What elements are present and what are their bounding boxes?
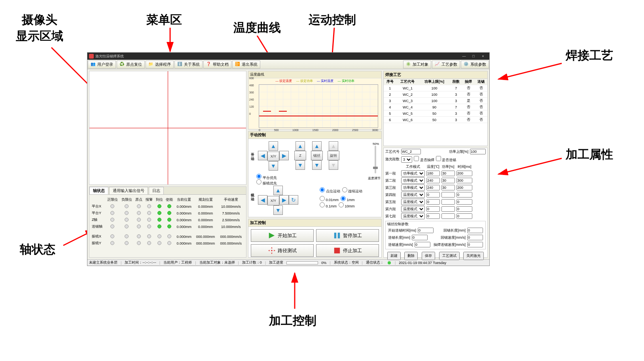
stop-button[interactable]: 停止加工 [316, 244, 379, 257]
platform-y-up[interactable]: ▲ [269, 141, 278, 151]
seg-field[interactable] [456, 185, 472, 190]
align-button[interactable]: ✳️加工对象 [403, 61, 431, 68]
galvo-y-down[interactable]: ▼ [273, 205, 283, 215]
motion-title: 手动控制 [248, 131, 381, 139]
svg-line-4 [498, 63, 562, 79]
pause-button[interactable]: 暂停加工 [316, 229, 379, 242]
galvo-x-right[interactable]: ▶ [279, 195, 289, 205]
craft-test-button[interactable]: 工艺测试 [439, 252, 460, 260]
seg-field[interactable] [426, 178, 440, 183]
seg-field[interactable] [441, 171, 455, 176]
seg-field[interactable] [456, 178, 472, 183]
seg-field[interactable] [456, 171, 472, 176]
wire-len-field[interactable] [412, 235, 428, 240]
wire-down[interactable]: ▼ [312, 160, 322, 170]
weld-row[interactable]: 3WC_31003是否 [384, 98, 487, 104]
segment-count-select[interactable]: 3 [401, 156, 412, 163]
mode-select[interactable]: 功率模式 [401, 184, 425, 191]
step-01-radio[interactable]: 0.1mm [320, 204, 337, 208]
craft-button[interactable]: 📈工艺参数 [432, 61, 460, 68]
draw-checkbox[interactable]: 是否抽焊 [414, 156, 434, 163]
wire-up[interactable]: ▲ [312, 141, 322, 151]
wire-drawspd-field[interactable] [467, 242, 483, 247]
mode-select[interactable]: 温度模式 [401, 199, 425, 205]
code-field[interactable] [401, 149, 421, 154]
z-down[interactable]: ▼ [295, 160, 305, 170]
tab-axis-status[interactable]: 轴状态 [89, 187, 108, 194]
power-limit-field[interactable] [470, 149, 486, 154]
weld-row[interactable]: 1WC_11007否否 [384, 85, 487, 91]
select-program-button[interactable]: 📁选择程序 [146, 61, 174, 68]
mode-select[interactable]: 功率模式 [401, 177, 425, 184]
status-led [125, 241, 129, 245]
galvo-reset[interactable]: ↻ [289, 195, 298, 205]
seg-field[interactable] [456, 192, 472, 198]
close-button[interactable]: × [478, 54, 488, 58]
start-button[interactable]: 开始加工 [251, 229, 314, 242]
seg-field[interactable] [426, 185, 440, 190]
login-button[interactable]: 👥用户登录 [88, 61, 116, 68]
platform-y-down[interactable]: ▼ [269, 161, 278, 171]
galvo-prio-radio[interactable]: 振镜优先 [256, 181, 277, 185]
rotate-down[interactable]: ▼ [329, 160, 338, 170]
galvo-x-left[interactable]: ◀ [258, 195, 267, 205]
wire-backspd-field[interactable] [467, 235, 483, 240]
platform-x-right[interactable]: ▶ [279, 151, 289, 160]
seg-field[interactable] [426, 206, 440, 212]
seg-field[interactable] [426, 192, 440, 198]
status-led [137, 211, 141, 215]
wire-checkbox[interactable]: 是否送锡 [436, 156, 456, 163]
point-move-radio[interactable]: 点位运动 [320, 189, 340, 193]
system-button[interactable]: ⚙️系统参数 [461, 61, 489, 68]
seg-field[interactable] [456, 199, 472, 205]
seg-field[interactable] [441, 206, 455, 212]
home-button[interactable]: ♻️原点复位 [117, 61, 145, 68]
path-test-button[interactable]: 路径测试 [251, 244, 314, 257]
seg-field[interactable] [426, 213, 440, 219]
weld-row[interactable]: 2WC_21003否否 [384, 91, 487, 98]
save-button[interactable]: 保存 [422, 252, 435, 260]
cont-move-radio[interactable]: 连续运动 [342, 189, 363, 193]
step-10-radio[interactable]: 10mm [339, 204, 355, 208]
seg-field[interactable] [426, 199, 440, 205]
weld-row[interactable]: 5WC_5503否否 [384, 110, 487, 117]
mode-select[interactable]: 温度模式 [401, 192, 425, 198]
seg-field[interactable] [441, 192, 455, 198]
minimize-button[interactable]: — [459, 54, 469, 58]
exit-button[interactable]: 📴退出系统 [232, 61, 260, 68]
seg-field[interactable] [441, 185, 455, 190]
platform-x-left[interactable]: ◀ [258, 151, 267, 160]
about-button[interactable]: ℹ️关于系统 [174, 61, 203, 68]
galvo-y-up[interactable]: ▲ [273, 186, 283, 195]
wire-spd-field[interactable] [415, 242, 430, 247]
tab-log[interactable]: 日志 [149, 187, 164, 194]
seg-field[interactable] [456, 206, 472, 212]
wire-back-field[interactable] [467, 228, 483, 233]
mode-select[interactable]: 功率模式 [401, 170, 425, 177]
mode-select[interactable]: 温度模式 [401, 206, 425, 212]
seg-field[interactable] [441, 213, 455, 219]
chart-yaxis: 6004803602401200 [249, 77, 254, 120]
mode-select[interactable]: 温度模式 [401, 213, 425, 219]
step-001-radio[interactable]: 0.01mm [320, 198, 339, 202]
seg-field[interactable] [441, 199, 455, 205]
weld-table[interactable]: 序号工艺代号功率上限[%]段数抽焊送锡 1WC_11007否否2WC_21003… [384, 79, 487, 123]
tab-io[interactable]: 通用输入输出信号 [109, 187, 148, 194]
weld-row[interactable]: 4WC_4907否否 [384, 104, 487, 110]
new-button[interactable]: 新建 [387, 252, 401, 260]
axis-row: 平台X0.000mm0.000mm10.000mm/s [91, 203, 244, 210]
weld-row[interactable]: 6WC_6503否否 [384, 117, 487, 123]
delete-button[interactable]: 删除 [404, 252, 418, 260]
seg-field[interactable] [426, 171, 440, 176]
step-1-radio[interactable]: 1mm [341, 198, 355, 202]
seg-field[interactable] [456, 213, 472, 219]
help-button[interactable]: ❓帮助文档 [203, 61, 231, 68]
close-laser-button[interactable]: 关闭激光 [463, 252, 484, 260]
speed-slider[interactable]: 50% [373, 142, 378, 174]
wire-delay-field[interactable] [418, 228, 434, 233]
z-up[interactable]: ▲ [295, 141, 305, 151]
seg-field[interactable] [441, 178, 455, 183]
maximize-button[interactable]: □ [469, 54, 478, 58]
rotate-up[interactable]: ▲ [329, 141, 338, 151]
z-label: Z [294, 151, 306, 160]
